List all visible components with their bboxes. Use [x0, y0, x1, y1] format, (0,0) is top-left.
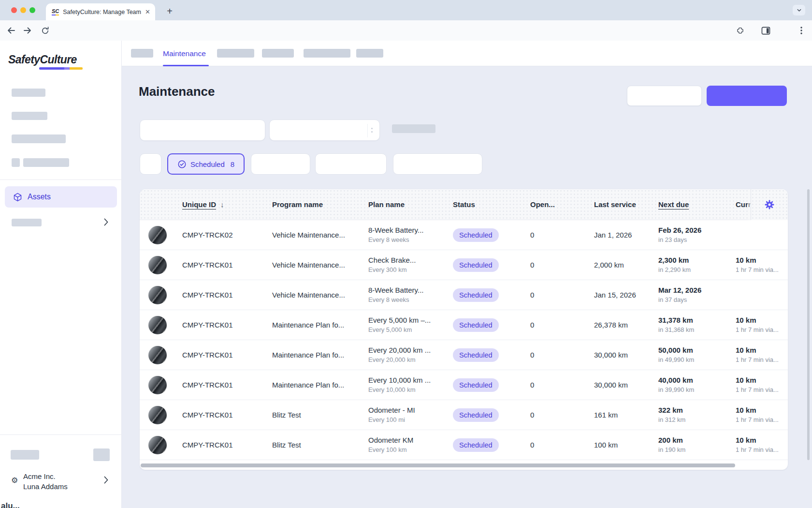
plan-name: Odometer KM [368, 436, 413, 444]
browser-tab[interactable]: SC SafetyCulture: Manage Teams and... ✕ [46, 3, 155, 20]
new-tab-button[interactable]: + [163, 5, 176, 18]
table-row[interactable]: CMPY-TRCK01 Blitz Test Odometer KM Every… [140, 430, 788, 460]
sidebar-item-collapsed[interactable] [0, 215, 122, 230]
cell-status: Scheduled [453, 348, 499, 362]
org-switcher[interactable]: ⚙ Acme Inc. Luna Addams [0, 469, 122, 498]
extensions-button[interactable] [733, 24, 747, 37]
cell-status: Scheduled [453, 288, 499, 302]
check-circle-icon [177, 160, 187, 169]
sidebar-item-placeholder [12, 219, 42, 226]
nav-tab-placeholder[interactable] [304, 49, 350, 58]
nav-tab-placeholder[interactable] [131, 49, 153, 58]
secondary-action-button[interactable] [627, 86, 702, 106]
filter-chip[interactable] [140, 153, 161, 175]
next-due-value: 50,000 km [658, 346, 694, 354]
cell-current: 10 km 1 hr 7 min via... [736, 436, 787, 453]
sidebar-item-icon-placeholder [12, 158, 20, 167]
window-zoom-button[interactable] [29, 7, 35, 13]
cell-open-actions: 0 [530, 370, 534, 400]
cell-plan-name: 8-Week Battery... Every 8 weeks [368, 286, 424, 303]
truck-photo [148, 286, 167, 304]
gear-icon [765, 200, 774, 209]
next-due-remaining: in 23 days [658, 236, 701, 243]
cube-icon [13, 192, 23, 202]
forward-button[interactable] [21, 24, 34, 37]
side-panel-button[interactable] [759, 24, 772, 37]
column-header-plan-name[interactable]: Plan name [368, 189, 405, 220]
column-header-program-name[interactable]: Program name [272, 189, 323, 220]
next-due-value: 200 km [658, 436, 685, 444]
tab-maintenance[interactable]: Maintenance [163, 41, 206, 66]
filter-input[interactable] [140, 120, 265, 141]
nav-tab-placeholder[interactable] [356, 49, 383, 58]
column-header-status[interactable]: Status [453, 189, 475, 220]
sidebar-item-placeholder[interactable] [23, 158, 69, 167]
table-row[interactable]: CMPY-TRCK01 Maintenance Plan fo... Every… [140, 340, 788, 370]
filter-dropdown[interactable] [269, 120, 380, 141]
browser-menu-button[interactable] [795, 24, 808, 37]
tab-close-icon[interactable]: ✕ [145, 8, 150, 15]
sidebar-item-placeholder[interactable] [12, 89, 45, 97]
cell-next-due: Mar 12, 2026 in 37 days [658, 286, 701, 303]
filter-chip-scheduled[interactable]: Scheduled 8 [167, 153, 245, 175]
current-detail: 1 hr 7 min via... [736, 386, 787, 393]
truck-photo [148, 436, 167, 454]
filter-chip[interactable] [315, 153, 387, 175]
cell-next-due: 322 km in 312 km [658, 406, 685, 423]
asset-avatar [148, 406, 167, 424]
cell-plan-name: Odometer KM Every 100 km [368, 436, 413, 453]
back-button[interactable] [4, 24, 18, 37]
cell-plan-name: Every 5,000 km –... Every 5,000 km [368, 316, 431, 333]
primary-action-button[interactable] [707, 86, 787, 106]
column-header-current[interactable]: Current [736, 189, 752, 220]
plan-name: Every 10,000 km ... [368, 376, 431, 384]
plan-name: Every 5,000 km –... [368, 316, 431, 324]
top-nav: Maintenance [122, 41, 812, 66]
asset-avatar [148, 436, 167, 454]
next-due-remaining: in 190 km [658, 446, 685, 453]
plan-frequency: Every 100 km [368, 446, 413, 453]
table-row[interactable]: CMPY-TRCK01 Maintenance Plan fo... Every… [140, 370, 788, 400]
truck-photo [148, 256, 167, 274]
cell-current [736, 226, 787, 228]
cell-last-service: 100 km [594, 430, 618, 460]
nav-tab-placeholder[interactable] [262, 49, 294, 58]
cell-last-service: 2,000 km [594, 250, 624, 280]
vertical-scrollbar[interactable] [807, 189, 810, 460]
horizontal-scrollbar[interactable] [141, 463, 735, 467]
tab-search-button[interactable] [793, 5, 805, 15]
filter-chip[interactable] [251, 153, 310, 175]
column-header-last-service[interactable]: Last service [594, 189, 636, 220]
cell-unique-id: CMPY-TRCK01 [182, 310, 232, 340]
table-row[interactable]: CMPY-TRCK02 Vehicle Maintenance... 8-Wee… [140, 220, 788, 250]
filter-chip[interactable] [393, 153, 482, 175]
cell-current: 10 km 1 hr 7 min via... [736, 316, 787, 333]
column-settings-button[interactable] [751, 189, 788, 220]
cell-open-actions: 0 [530, 280, 534, 310]
cell-unique-id: CMPY-TRCK01 [182, 340, 232, 370]
next-due-value: 2,300 km [658, 256, 691, 264]
three-dot-menu-icon [800, 27, 802, 34]
column-header-unique-id[interactable]: Unique ID↓ [182, 189, 224, 220]
sidebar-item-placeholder[interactable] [12, 134, 66, 143]
current-value: 10 km [736, 406, 787, 414]
column-header-next-due[interactable]: Next due [658, 189, 689, 220]
column-header-open[interactable]: Open... [530, 189, 555, 220]
window-close-button[interactable] [11, 7, 17, 13]
plan-frequency: Every 5,000 km [368, 326, 431, 333]
sidebar-item-assets[interactable]: Assets [5, 186, 117, 208]
asset-avatar [148, 286, 167, 304]
cell-open-actions: 0 [530, 400, 534, 430]
cell-unique-id: CMPY-TRCK01 [182, 370, 232, 400]
reload-button[interactable] [38, 24, 52, 37]
cell-current: 10 km 1 hr 7 min via... [736, 346, 787, 363]
table-row[interactable]: CMPY-TRCK01 Blitz Test Odometer - MI Eve… [140, 400, 788, 430]
cell-unique-id: CMPY-TRCK01 [182, 280, 232, 310]
nav-tab-placeholder[interactable] [217, 49, 254, 58]
table-row[interactable]: CMPY-TRCK01 Maintenance Plan fo... Every… [140, 310, 788, 340]
table-row[interactable]: CMPY-TRCK01 Vehicle Maintenance... 8-Wee… [140, 280, 788, 310]
truck-photo [148, 346, 167, 364]
window-minimize-button[interactable] [20, 7, 26, 13]
sidebar-item-placeholder[interactable] [12, 112, 47, 120]
table-row[interactable]: CMPY-TRCK01 Vehicle Maintenance... Check… [140, 250, 788, 280]
